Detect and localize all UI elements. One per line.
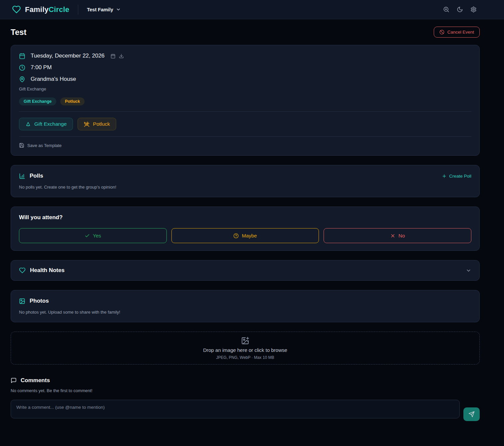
cancel-event-label: Cancel Event bbox=[447, 30, 474, 35]
event-tags: Gift Exchange Potluck bbox=[19, 97, 471, 105]
chevron-down-icon bbox=[466, 268, 471, 273]
event-date: Tuesday, December 22, 2026 bbox=[31, 53, 105, 59]
send-button[interactable] bbox=[463, 407, 480, 421]
event-date-row: Tuesday, December 22, 2026 bbox=[19, 53, 471, 59]
polls-title: Polls bbox=[30, 173, 43, 179]
add-to-calendar-icon[interactable] bbox=[111, 54, 116, 59]
brand-name: FamilyCircle bbox=[25, 5, 69, 14]
gift-exchange-button[interactable]: Gift Exchange bbox=[19, 118, 73, 130]
comments-section: Comments No comments yet. Be the first t… bbox=[11, 377, 480, 418]
heart-logo-icon bbox=[12, 5, 21, 14]
polls-card: Polls Create Poll No polls yet. Create o… bbox=[11, 165, 480, 197]
navbar: FamilyCircle Test Family bbox=[0, 0, 504, 19]
chevron-down-icon bbox=[116, 7, 121, 12]
photos-card: Photos No photos yet. Upload some to sha… bbox=[11, 290, 480, 322]
event-location: Grandma's House bbox=[31, 76, 76, 82]
plus-icon bbox=[442, 174, 447, 179]
utensils-crossed-icon bbox=[84, 121, 90, 127]
check-icon bbox=[85, 233, 90, 238]
image-icon bbox=[19, 298, 25, 304]
send-icon bbox=[468, 411, 475, 417]
health-notes-card[interactable]: Health Notes bbox=[11, 260, 480, 281]
bar-chart-icon bbox=[19, 173, 25, 179]
ban-icon bbox=[439, 30, 444, 35]
rsvp-maybe-button[interactable]: Maybe bbox=[171, 228, 319, 243]
heart-icon bbox=[19, 267, 26, 274]
gear-icon[interactable] bbox=[470, 6, 477, 13]
family-selector[interactable]: Test Family bbox=[87, 7, 121, 12]
event-time-row: 7:00 PM bbox=[19, 64, 471, 71]
rsvp-question: Will you attend? bbox=[19, 214, 471, 221]
photos-title: Photos bbox=[30, 298, 49, 304]
event-time: 7:00 PM bbox=[31, 64, 52, 71]
calendar-icon bbox=[19, 53, 25, 59]
create-poll-button[interactable]: Create Poll bbox=[442, 174, 471, 179]
comment-input[interactable] bbox=[11, 400, 460, 418]
download-icon[interactable] bbox=[119, 54, 124, 59]
save-as-template-button[interactable]: Save as Template bbox=[19, 143, 62, 148]
nav-divider bbox=[78, 5, 78, 15]
health-notes-title: Health Notes bbox=[30, 267, 65, 274]
family-selector-label: Test Family bbox=[87, 7, 113, 12]
potluck-button-label: Potluck bbox=[93, 121, 110, 127]
upload-hint: JPEG, PNG, WebP · Max 10 MB bbox=[216, 355, 274, 360]
rsvp-yes-label: Yes bbox=[93, 233, 101, 238]
event-description: Gift Exchange bbox=[19, 86, 471, 91]
upload-dropzone[interactable]: Drop an image here or click to browse JP… bbox=[11, 332, 480, 365]
map-pin-icon bbox=[19, 76, 25, 82]
divider bbox=[19, 136, 471, 137]
cancel-event-button[interactable]: Cancel Event bbox=[434, 27, 480, 38]
tag-gift-exchange: Gift Exchange bbox=[19, 97, 56, 105]
tag-potluck: Potluck bbox=[60, 97, 85, 105]
rsvp-card: Will you attend? Yes Maybe No bbox=[11, 207, 480, 251]
brand-logo: FamilyCircle bbox=[12, 5, 69, 14]
save-icon bbox=[19, 143, 24, 148]
upload-prompt: Drop an image here or click to browse bbox=[203, 347, 287, 353]
rsvp-no-button[interactable]: No bbox=[324, 228, 471, 243]
help-circle-icon bbox=[233, 233, 239, 238]
comments-empty-text: No comments yet. Be the first to comment… bbox=[11, 388, 480, 393]
zoom-in-icon[interactable] bbox=[443, 6, 449, 13]
rsvp-maybe-label: Maybe bbox=[242, 233, 257, 238]
photos-empty-text: No photos yet. Upload some to share with… bbox=[19, 310, 471, 315]
rsvp-yes-button[interactable]: Yes bbox=[19, 228, 167, 243]
potluck-button[interactable]: Potluck bbox=[78, 118, 116, 130]
comments-title: Comments bbox=[21, 377, 50, 384]
create-poll-label: Create Poll bbox=[449, 174, 471, 179]
tree-icon bbox=[25, 121, 31, 127]
x-icon bbox=[390, 233, 395, 238]
message-square-icon bbox=[11, 377, 17, 383]
gift-exchange-button-label: Gift Exchange bbox=[34, 121, 67, 127]
clock-icon bbox=[19, 65, 25, 71]
moon-icon[interactable] bbox=[457, 6, 463, 13]
polls-empty-text: No polls yet. Create one to get the grou… bbox=[19, 185, 471, 190]
divider bbox=[19, 111, 471, 112]
event-location-row: Grandma's House bbox=[19, 76, 471, 82]
event-card: Tuesday, December 22, 2026 7:00 PM Grand… bbox=[11, 45, 480, 156]
rsvp-no-label: No bbox=[398, 233, 405, 238]
image-plus-icon bbox=[241, 337, 249, 345]
save-as-template-label: Save as Template bbox=[27, 143, 62, 148]
page-title: Test bbox=[11, 28, 27, 37]
